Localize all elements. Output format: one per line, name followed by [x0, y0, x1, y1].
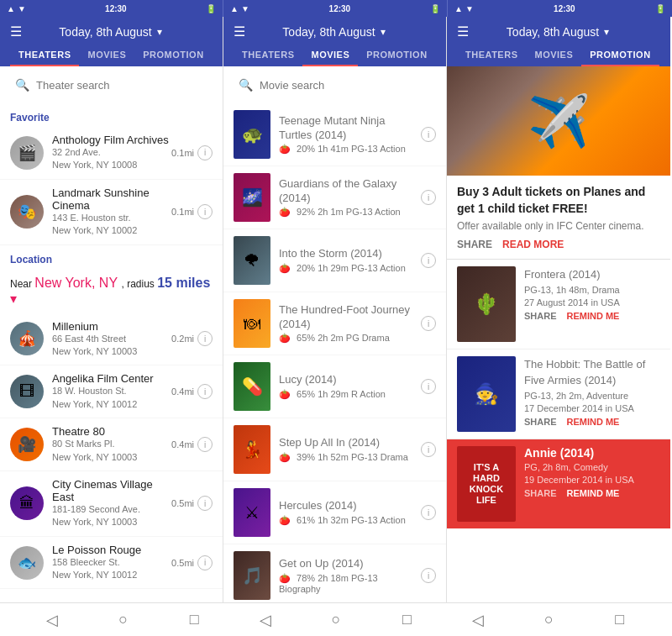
- tab-theaters-2[interactable]: THEATERS: [234, 45, 302, 66]
- tab-movies-1[interactable]: MOVIES: [79, 45, 134, 66]
- back-button-3[interactable]: ◁: [465, 611, 491, 629]
- tab-promotion-1[interactable]: PROMOTION: [134, 45, 212, 66]
- info-icon-hercules[interactable]: i: [421, 505, 436, 520]
- frontera-share-button[interactable]: SHARE: [524, 311, 557, 321]
- info-icon-getup[interactable]: i: [421, 568, 436, 583]
- info-icon-lepoisson[interactable]: i: [197, 555, 213, 570]
- planes-readmore-button[interactable]: READ MORE: [502, 239, 564, 250]
- signal-icon-3: ▲: [454, 4, 463, 13]
- annie-remind-button[interactable]: REMIND ME: [567, 488, 620, 498]
- hobbit-share-button[interactable]: SHARE: [524, 417, 557, 427]
- movie-poster-tmnt: 🐢: [234, 110, 270, 159]
- recents-button-3[interactable]: □: [607, 611, 633, 628]
- rating-icon-tmnt: 🍅: [279, 144, 291, 154]
- home-button-1[interactable]: ○: [111, 611, 136, 628]
- movie-getup[interactable]: 🎵 Get on Up (2014) 🍅 78% 2h 18m PG-13 Bi…: [223, 544, 446, 602]
- info-icon-tmnt[interactable]: i: [421, 127, 436, 142]
- theater-info-anthology: Anthology Film Archives 32 2nd Ave. New …: [52, 134, 171, 172]
- movie-meta-getup: 🍅 78% 2h 18m PG-13 Biography: [279, 573, 421, 594]
- rating-icon-hercules: 🍅: [279, 515, 291, 525]
- annie-actions: SHARE REMIND ME: [524, 488, 660, 498]
- annie-share-button[interactable]: SHARE: [524, 488, 557, 498]
- recents-button-1[interactable]: □: [181, 611, 207, 628]
- info-icon-gotg[interactable]: i: [421, 190, 436, 205]
- location-miles[interactable]: 15 miles: [157, 276, 210, 290]
- menu-icon-2[interactable]: ☰: [234, 24, 245, 39]
- movie-meta-hundred: 🍅 65% 2h 2m PG Drama: [279, 333, 421, 344]
- movie-hundred[interactable]: 🍽 The Hundred-Foot Journey (2014) 🍅 65% …: [223, 292, 446, 355]
- info-icon-millenium[interactable]: i: [197, 331, 213, 346]
- movie-stepup[interactable]: 💃 Step Up All In (2014) 🍅 39% 1h 52m PG-…: [223, 418, 446, 481]
- theater-theatre80[interactable]: 🎥 Theatre 80 80 St Marks Pl. New York, N…: [0, 418, 223, 471]
- dropdown-arrow-2[interactable]: ▾: [381, 26, 386, 38]
- nav-bar: ◁ ○ □ ◁ ○ □ ◁ ○ □: [0, 602, 672, 636]
- hobbit-info: The Hobbit: The Battle of Five Armies (2…: [524, 356, 660, 427]
- theater-avatar-millenium: 🎪: [10, 322, 44, 355]
- location-dropdown[interactable]: ▾: [10, 292, 17, 306]
- movie-gotg[interactable]: 🌌 Guardians of the Galaxy (2014) 🍅 92% 2…: [223, 166, 446, 229]
- tab-promotion-3[interactable]: PROMOTION: [581, 45, 659, 66]
- theater-name-lepoisson: Le Poisson Rouge: [52, 544, 171, 556]
- planes-promo-actions: SHARE READ MORE: [457, 239, 660, 250]
- menu-icon-3[interactable]: ☰: [457, 24, 469, 39]
- theater-landmark[interactable]: 🎭 Landmark Sunshine Cinema 143 E. Housto…: [0, 180, 223, 245]
- dropdown-arrow-1[interactable]: ▾: [157, 26, 162, 38]
- location-city[interactable]: New York, NY: [34, 276, 118, 290]
- location-section: Near New York, NY , radius 15 miles ▾: [0, 269, 223, 313]
- planes-share-button[interactable]: SHARE: [457, 239, 492, 250]
- rating-icon-lucy: 🍅: [279, 389, 291, 399]
- info-icon-landmark[interactable]: i: [197, 204, 213, 219]
- movie-search-input[interactable]: [260, 79, 431, 92]
- frontera-promo[interactable]: 🌵 Frontera (2014) PG-13, 1h 48m, Drama 2…: [447, 260, 670, 350]
- info-icon-theatre80[interactable]: i: [197, 437, 213, 452]
- info-icon-angelika[interactable]: i: [197, 384, 213, 399]
- tab-movies-2[interactable]: MOVIES: [302, 45, 358, 66]
- movie-search-bar: 🔍: [230, 73, 439, 97]
- theater-address-citycinemas: 181-189 Second Ave. New York, NY 10003: [52, 503, 171, 529]
- menu-icon-1[interactable]: ☰: [10, 24, 22, 39]
- hobbit-remind-button[interactable]: REMIND ME: [567, 417, 620, 427]
- tab-theaters-1[interactable]: THEATERS: [10, 45, 79, 66]
- theater-citycinemas[interactable]: 🏛 City Cinemas Village East 181-189 Seco…: [0, 471, 223, 537]
- info-icon-stepup[interactable]: i: [421, 442, 436, 457]
- info-icon-lucy[interactable]: i: [421, 379, 436, 394]
- movie-storm[interactable]: 🌪 Into the Storm (2014) 🍅 20% 1h 29m PG-…: [223, 229, 446, 292]
- movie-tmnt[interactable]: 🐢 Teenage Mutant Ninja Turtles (2014) 🍅 …: [223, 103, 446, 166]
- theater-anthology[interactable]: 🎬 Anthology Film Archives 32 2nd Ave. Ne…: [0, 127, 223, 180]
- tab-movies-3[interactable]: MOVIES: [526, 45, 581, 66]
- theater-lepoisson[interactable]: 🐟 Le Poisson Rouge 158 Bleecker St. New …: [0, 537, 223, 590]
- tab-promotion-2[interactable]: PROMOTION: [358, 45, 435, 66]
- battery-icon-2: 🔋: [430, 4, 440, 13]
- info-icon-storm[interactable]: i: [421, 253, 436, 268]
- theater-name-theatre80: Theatre 80: [52, 425, 171, 438]
- search-icon-2: 🔍: [239, 78, 253, 92]
- theater-angelika[interactable]: 🎞 Angelika Film Center 18 W. Houston St.…: [0, 365, 223, 418]
- annie-promo[interactable]: IT'S A HARD KNOCK LIFE Annie (2014) PG, …: [447, 439, 670, 528]
- promotion-body: ✈️ Buy 3 Adult tickets on Planes and get…: [447, 66, 670, 602]
- theater-search-input[interactable]: [36, 79, 207, 92]
- frontera-remind-button[interactable]: REMIND ME: [567, 311, 620, 321]
- info-icon-hundred[interactable]: i: [421, 316, 436, 331]
- back-button-1[interactable]: ◁: [39, 611, 65, 629]
- theater-address-theatre80: 80 St Marks Pl. New York, NY 10003: [52, 438, 171, 464]
- location-radius-text: , radius: [122, 278, 158, 290]
- movie-lucy[interactable]: 💊 Lucy (2014) 🍅 65% 1h 29m R Action i: [223, 355, 446, 418]
- movie-poster-getup: 🎵: [234, 551, 270, 600]
- theater-address-lepoisson: 158 Bleecker St. New York, NY 10012: [52, 556, 171, 582]
- movie-info-storm: Into the Storm (2014) 🍅 20% 1h 29m PG-13…: [279, 247, 421, 274]
- movies-panel: ☰ Today, 8th August ▾ THEATERS MOVIES PR…: [223, 17, 447, 602]
- movie-hercules[interactable]: ⚔ Hercules (2014) 🍅 61% 1h 32m PG-13 Act…: [223, 481, 446, 544]
- tab-theaters-3[interactable]: THEATERS: [457, 45, 526, 66]
- home-button-2[interactable]: ○: [323, 611, 349, 628]
- annie-title: Annie (2014): [524, 446, 660, 460]
- dropdown-arrow-3[interactable]: ▾: [604, 26, 609, 38]
- back-button-2[interactable]: ◁: [253, 611, 278, 629]
- theaters-tabs: THEATERS MOVIES PROMOTION: [10, 45, 213, 66]
- info-icon-citycinemas[interactable]: i: [197, 496, 213, 511]
- recents-button-2[interactable]: □: [394, 611, 419, 628]
- info-icon-anthology[interactable]: i: [197, 145, 213, 160]
- theater-millenium[interactable]: 🎪 Millenium 66 East 4th Street New York,…: [0, 313, 223, 366]
- hobbit-meta: PG-13, 2h 2m, Adventure: [524, 391, 660, 401]
- hobbit-promo[interactable]: 🧙 The Hobbit: The Battle of Five Armies …: [447, 350, 670, 439]
- home-button-3[interactable]: ○: [536, 611, 561, 628]
